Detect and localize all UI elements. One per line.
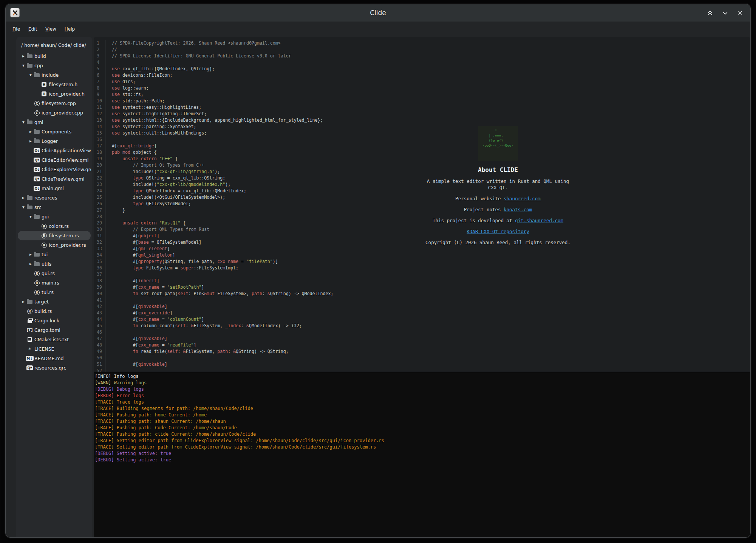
folder-icon xyxy=(33,214,40,220)
menu-item-help[interactable]: Help xyxy=(62,25,78,33)
tree-item[interactable]: ▼gui xyxy=(18,212,91,221)
close-button[interactable] xyxy=(735,8,745,18)
chevron-down-icon[interactable]: ▼ xyxy=(28,73,33,77)
tree-item[interactable]: Cargo.lock xyxy=(18,316,91,325)
tree-item[interactable]: Rcolors.rs xyxy=(18,221,91,231)
log-line: [TRACE] Pushing path: clide Current: /ho… xyxy=(95,431,750,438)
rs-file-icon: R xyxy=(33,271,40,277)
tree-item[interactable]: QtClideEditorView.qml xyxy=(18,155,91,165)
chevron-right-icon[interactable]: ▶ xyxy=(21,300,26,303)
chevron-right-icon[interactable]: ▶ xyxy=(28,262,33,266)
about-row: This project is developed at git.shaunre… xyxy=(422,217,574,224)
chevron-down-icon[interactable]: ▼ xyxy=(21,121,26,124)
chevron-down-icon[interactable]: ▼ xyxy=(21,206,26,209)
tree-item[interactable]: [T]Cargo.toml xyxy=(18,325,91,335)
tree-item[interactable]: QtClideTreeView.qml xyxy=(18,174,91,184)
external-link[interactable]: git.shaunreed.com xyxy=(515,218,563,223)
code-line: 20 // Import Qt Types from C++ xyxy=(94,162,750,169)
chevron-right-icon[interactable]: ▶ xyxy=(21,54,26,58)
app-window: Clide FileEditViewHelp / home/ shaun/ Co xyxy=(5,4,751,538)
minimize-button[interactable] xyxy=(720,8,730,18)
tree-item[interactable]: Qtmain.qml xyxy=(18,184,91,193)
tree-item-label: resources.qrc xyxy=(34,365,66,371)
tree-item[interactable]: Ricon_provider.rs xyxy=(18,240,91,250)
chevron-right-icon[interactable]: ▶ xyxy=(28,139,33,143)
line-number: 49 xyxy=(94,348,105,355)
tree-item[interactable]: ▶Components xyxy=(18,127,91,136)
tree-item[interactable]: ▶tui xyxy=(18,250,91,259)
code-line: 51 #[qinvokable] xyxy=(94,361,750,368)
tree-item-label: cpp xyxy=(34,63,43,68)
code-line: 10use std::path::Path; xyxy=(94,98,750,104)
line-number: 10 xyxy=(94,98,105,104)
chevron-down-icon[interactable]: ▼ xyxy=(21,64,26,67)
qt-file-icon: Qt xyxy=(33,167,40,173)
code-line: 33 #[qml_element] xyxy=(94,246,750,252)
tree-item[interactable]: Hicon_provider.h xyxy=(18,89,91,99)
tree-item-label: Components xyxy=(42,129,71,135)
shade-button[interactable] xyxy=(705,8,715,18)
log-panel[interactable]: [INFO] Info logs[WARN] Warning logs[DEBU… xyxy=(94,372,750,537)
tree-item[interactable]: QtClideApplicationView.qml xyxy=(18,146,91,155)
tree-item-label: include xyxy=(42,72,59,78)
tree-item-label: qml xyxy=(34,119,43,125)
tree-item[interactable]: Rfilesystem.rs xyxy=(18,231,91,240)
code-line: 21 include!("cxx-qt-lib/qstring.h"); xyxy=(94,169,750,175)
code-line: 49 fn read_file(self: &FileSystem, path:… xyxy=(94,348,750,355)
tree-item[interactable]: ▶build xyxy=(18,51,91,61)
tree-item-label: tui.rs xyxy=(42,289,54,295)
line-number: 29 xyxy=(94,220,105,226)
tree-item[interactable]: ▶utils xyxy=(18,259,91,269)
tree-item[interactable]: Cfilesystem.cpp xyxy=(18,99,91,108)
rs-file-icon: R xyxy=(26,308,33,314)
menu-item-edit[interactable]: Edit xyxy=(25,25,40,33)
tree-item[interactable]: ▼include xyxy=(18,70,91,80)
license-file-icon: ✶ xyxy=(26,346,33,352)
chevron-right-icon[interactable]: ▶ xyxy=(28,130,33,133)
about-row: Personal website shaunreed.com xyxy=(422,195,574,202)
code-line: 32 #[base = QFileSystemModel] xyxy=(94,239,750,246)
tree-item[interactable]: ▼cpp xyxy=(18,61,91,70)
menu-item-view[interactable]: View xyxy=(42,25,59,33)
tree-item[interactable]: Qtresources.qrc xyxy=(18,363,91,373)
tree-item[interactable]: ▼src xyxy=(18,203,91,212)
tree-item-label: ClideTreeView.qml xyxy=(42,176,84,182)
code-editor[interactable]: 1// SPDX-FileCopyrightText: 2026, Shaun … xyxy=(94,37,750,372)
line-number: 33 xyxy=(94,246,105,252)
tree-item[interactable]: Rgui.rs xyxy=(18,269,91,278)
tree-item[interactable]: ▼qml xyxy=(18,118,91,127)
tree-item[interactable]: Hfilesystem.h xyxy=(18,80,91,89)
tree-item[interactable]: Rtui.rs xyxy=(18,288,91,297)
code-line: 15use syntect::util::LinesWithEndings; xyxy=(94,130,750,136)
tree-item[interactable]: Cicon_provider.cpp xyxy=(18,108,91,118)
tree-item[interactable]: CMakeLists.txt xyxy=(18,335,91,344)
chevron-down-icon[interactable]: ▼ xyxy=(28,215,33,218)
menu-item-file[interactable]: File xyxy=(9,25,23,33)
chevron-right-icon[interactable]: ▶ xyxy=(21,196,26,200)
tree-item[interactable]: ▶resources xyxy=(18,193,91,203)
external-link[interactable]: knoats.com xyxy=(504,207,532,212)
tree-item[interactable]: ▶target xyxy=(18,297,91,306)
line-number: 50 xyxy=(94,355,105,361)
rs-file-icon: R xyxy=(40,223,48,229)
tree-item[interactable]: Rbuild.rs xyxy=(18,306,91,316)
log-line: [DEBUG] Debug logs xyxy=(95,386,750,393)
external-link[interactable]: shaunreed.com xyxy=(504,196,541,201)
rs-file-icon: R xyxy=(33,289,40,295)
tree-item[interactable]: QtClideExplorerView.qml xyxy=(18,165,91,174)
line-number: 26 xyxy=(94,201,105,207)
window-controls xyxy=(705,4,745,22)
chevron-right-icon[interactable]: ▶ xyxy=(28,253,33,256)
line-number: 4 xyxy=(94,59,105,66)
tree-item[interactable]: ✶LICENSE xyxy=(18,344,91,354)
tree-item[interactable]: ▶Logger xyxy=(18,136,91,146)
tree-item[interactable]: Rmain.rs xyxy=(18,278,91,288)
qt-file-icon: Qt xyxy=(33,157,40,163)
tree-item-label: build.rs xyxy=(34,308,52,314)
tree-item-label: main.rs xyxy=(42,280,59,286)
tree-item-label: ClideApplicationView.qml xyxy=(42,148,91,153)
tree-item-label: build xyxy=(34,53,46,59)
external-link[interactable]: KDAB CXX-Qt repository xyxy=(467,229,529,234)
cpp-file-icon: C xyxy=(33,101,40,107)
tree-item[interactable]: M↓README.md xyxy=(18,354,91,363)
